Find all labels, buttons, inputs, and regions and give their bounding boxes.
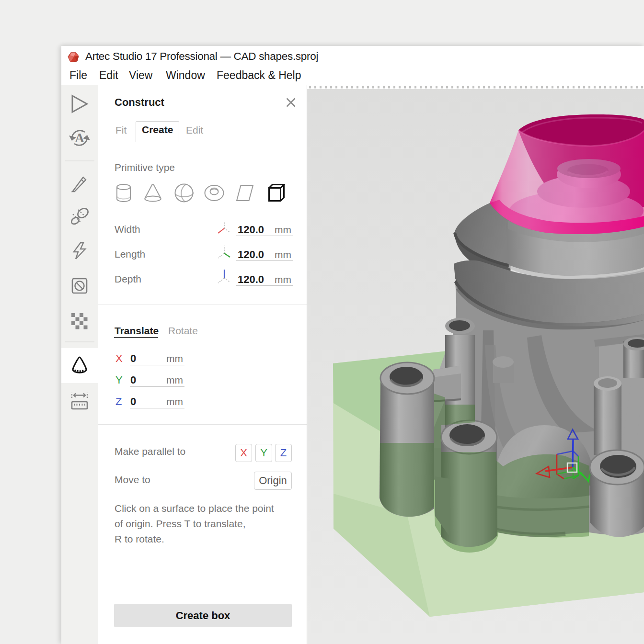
- svg-text:A: A: [75, 131, 84, 145]
